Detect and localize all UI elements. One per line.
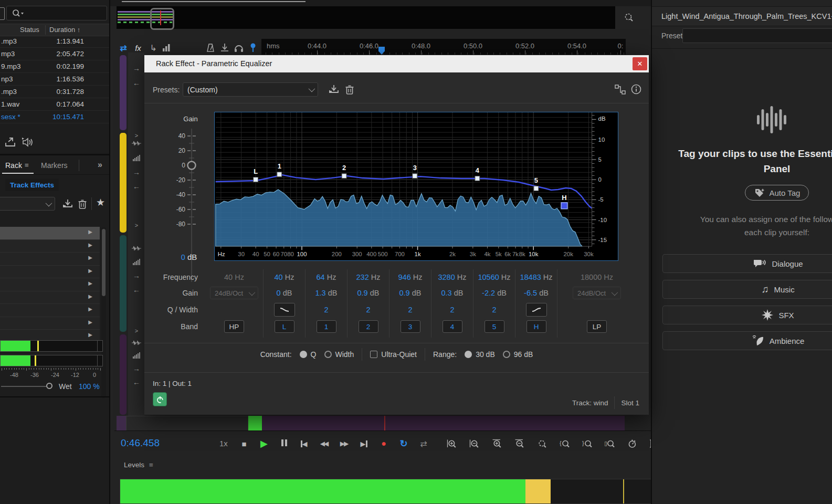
arrow-right-icon[interactable]: → [131, 64, 142, 72]
track-color-bar[interactable] [120, 235, 127, 332]
band-toggle-2[interactable]: 2 [359, 320, 378, 333]
effect-slot-row[interactable]: ▶ [0, 253, 100, 266]
effect-slot-row[interactable]: ▶ [0, 240, 100, 253]
swap-channels-icon[interactable]: ⇄ [118, 42, 129, 54]
zoom-in-amplitude-button[interactable] [445, 437, 459, 451]
band-toggle-3[interactable]: 3 [401, 320, 420, 333]
playback-speed[interactable]: 1x [219, 439, 228, 448]
track-color-bar[interactable] [120, 133, 127, 233]
delete-preset-icon[interactable] [345, 84, 354, 96]
slot-expand-icon[interactable]: ▶ [88, 319, 92, 325]
meter-bars-icon[interactable] [131, 154, 142, 162]
expand-chevron-icon[interactable]: > [131, 327, 142, 335]
band-shelf-button[interactable] [526, 303, 547, 317]
zoom-to-in-point-button[interactable]: { [558, 437, 572, 451]
tab-rack[interactable]: Rack [5, 161, 22, 170]
timeline-ruler[interactable]: hms 0:44.00:46.00:48.00:50.00:52.00:54.0… [261, 39, 626, 55]
band-frequency-value[interactable]: 10560 Hz [478, 273, 510, 281]
move-playhead-button[interactable]: ⇄ [417, 437, 430, 450]
stop-button[interactable]: ■ [237, 437, 251, 450]
band-frequency-value[interactable]: 18483 Hz [520, 273, 552, 281]
slot-expand-icon[interactable]: ▶ [88, 332, 92, 338]
multitrack-clip-strip[interactable] [117, 416, 625, 432]
info-icon[interactable] [630, 83, 642, 95]
arrow-left-icon[interactable]: ← [131, 182, 142, 191]
wet-slider-track[interactable] [1, 386, 46, 387]
band-toggle-H[interactable]: H [526, 320, 546, 333]
panel-menu-icon[interactable]: ≡ [149, 461, 153, 469]
waveform-icon[interactable] [131, 339, 142, 347]
band-frequency-value[interactable]: 232 Hz [356, 273, 381, 281]
pause-button[interactable] [277, 437, 291, 450]
band-toggle-5[interactable]: 5 [485, 320, 504, 333]
status-column-header[interactable]: Status [20, 26, 39, 34]
hp-slope-dropdown[interactable]: 24dB/Oct [210, 287, 258, 299]
effect-slot-row[interactable]: ▶ [0, 317, 100, 330]
dialog-title-bar[interactable]: Rack Effect - Parametric Equalizer ✕ [144, 55, 649, 72]
arrow-right-icon[interactable]: → [131, 364, 142, 373]
band-q-value[interactable]: 2 [408, 306, 412, 314]
effect-slot-row[interactable]: ▶ [0, 304, 100, 317]
range-30db-option[interactable]: 30 dB [465, 350, 495, 359]
snap-icon[interactable] [219, 42, 230, 54]
band-q-value[interactable]: 2 [450, 306, 454, 314]
slot-expand-icon[interactable]: ▶ [88, 268, 92, 274]
band-gain-value[interactable]: 0 dB [277, 289, 292, 297]
master-gain-slider[interactable]: Gain40200-20-40-60-80 [171, 113, 213, 289]
band-toggle-L[interactable]: L [275, 320, 294, 333]
arrow-right-icon[interactable]: → [131, 271, 142, 280]
channel-routing-icon[interactable] [614, 84, 627, 96]
range-96db-option[interactable]: 96 dB [503, 350, 533, 359]
band-gain-value[interactable]: -6.5 dB [524, 289, 549, 297]
favorite-star-icon[interactable]: ★ [96, 196, 105, 208]
track-color-bar[interactable] [120, 334, 127, 415]
band-frequency-value[interactable]: 40 Hz [275, 273, 294, 281]
category-button-ambience[interactable]: Ambience [662, 331, 832, 350]
auto-tag-button[interactable]: Auto Tag [745, 185, 809, 201]
lp-band-toggle[interactable]: LP [587, 320, 607, 333]
save-preset-icon[interactable] [328, 84, 340, 94]
effect-slot-row[interactable]: ▶ [0, 278, 100, 291]
effect-slot-row[interactable]: ▶ [0, 291, 100, 304]
band-q-value[interactable]: 2 [324, 306, 328, 314]
meter-bars-icon[interactable] [131, 258, 142, 266]
band-frequency-value[interactable]: 3280 Hz [438, 273, 466, 281]
expand-chevron-icon[interactable]: > [131, 221, 142, 229]
export-icon[interactable] [4, 136, 17, 148]
save-preset-icon[interactable] [62, 198, 73, 209]
category-button-music[interactable]: ♫Music [662, 280, 832, 299]
playhead-marker[interactable] [378, 47, 385, 55]
trash-icon[interactable] [0, 7, 5, 20]
waveform-icon[interactable] [131, 244, 142, 253]
band-gain-value[interactable]: -2.2 dB [482, 289, 507, 297]
meter-bars-icon[interactable] [131, 351, 142, 360]
effect-slot-row[interactable]: ▶ [0, 227, 100, 240]
gain-readout[interactable]: 0 dB [171, 253, 207, 261]
ultra-quiet-option[interactable]: Ultra-Quiet [370, 350, 417, 359]
zoom-to-out-point-button[interactable]: } [581, 437, 594, 451]
tab-markers[interactable]: Markers [41, 161, 68, 170]
metronome-icon[interactable] [205, 42, 216, 54]
file-row[interactable]: np31:16.536 [0, 73, 109, 86]
zoom-in-time-button[interactable] [490, 437, 504, 451]
constant-q-option[interactable]: Q [300, 350, 317, 359]
band-toggle-4[interactable]: 4 [443, 320, 462, 333]
slot-expand-icon[interactable]: ▶ [88, 280, 92, 286]
play-button[interactable]: ▶ [257, 437, 271, 450]
scrollbar-thumb[interactable] [102, 229, 106, 296]
expand-chevron-icon[interactable]: > [131, 131, 142, 140]
track-effects-tab[interactable]: Track Effects [5, 178, 59, 191]
band-gain-value[interactable]: 0.3 dB [441, 289, 464, 297]
close-icon[interactable]: ✕ [633, 57, 647, 70]
presets-dropdown[interactable]: (Custom) [183, 82, 318, 97]
band-frequency-value[interactable]: 64 Hz [317, 273, 336, 281]
effects-preset-dropdown[interactable] [0, 197, 55, 211]
band-q-value[interactable]: 2 [492, 306, 496, 314]
preset-input[interactable] [682, 28, 832, 43]
zoom-navigate-tool-icon[interactable] [624, 13, 634, 23]
overview-scroll-line[interactable] [122, 1, 306, 2]
timer-record-button[interactable] [626, 437, 639, 451]
monitor-input-icon[interactable] [233, 42, 245, 54]
band-q-value[interactable]: 2 [366, 306, 370, 314]
skip-to-start-button[interactable]: ◀ [297, 437, 311, 450]
